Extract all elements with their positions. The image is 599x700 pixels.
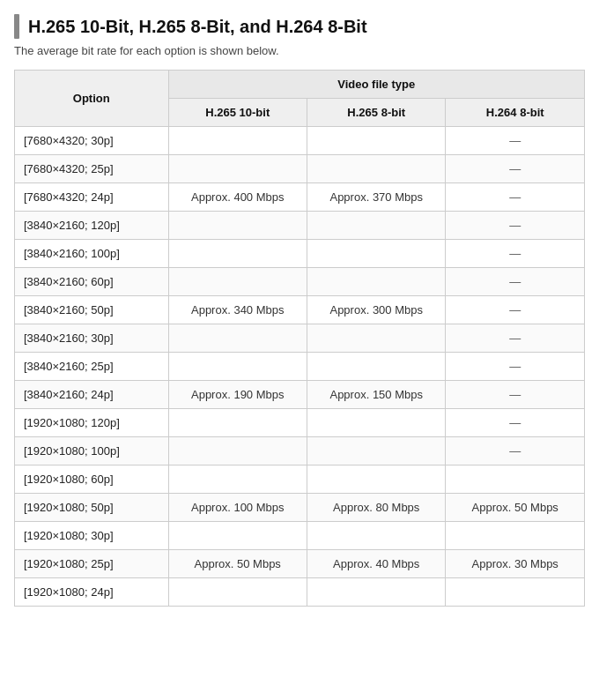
value-cell-h265_8 (307, 353, 445, 381)
option-cell: [7680×4320; 24p] (15, 183, 169, 212)
value-cell-h264_8: — (446, 183, 585, 212)
value-cell-h264_8: — (446, 324, 585, 353)
table-row: [1920×1080; 24p] (15, 578, 585, 607)
value-cell-h264_8: — (446, 409, 585, 437)
option-cell: [3840×2160; 25p] (15, 353, 169, 381)
option-cell: [1920×1080; 24p] (15, 578, 169, 607)
option-cell: [1920×1080; 60p] (15, 465, 169, 494)
value-cell-h264_8: — (446, 437, 585, 465)
value-cell-h265_10 (168, 268, 307, 296)
value-cell-h265_8 (307, 240, 445, 268)
table-row: [7680×4320; 24p]Approx. 400 MbpsApprox. … (15, 183, 585, 212)
page-title: H.265 10-Bit, H.265 8-Bit, and H.264 8-B… (14, 14, 585, 39)
value-cell-h264_8: Approx. 30 Mbps (446, 550, 585, 578)
value-cell-h265_8 (307, 212, 445, 240)
table-row: [1920×1080; 50p]Approx. 100 MbpsApprox. … (15, 494, 585, 522)
value-cell-h265_10 (168, 409, 307, 437)
table-row: [3840×2160; 60p]— (15, 268, 585, 296)
value-cell-h265_10 (168, 578, 307, 607)
value-cell-h264_8: — (446, 212, 585, 240)
value-cell-h264_8: — (446, 353, 585, 381)
value-cell-h265_8: Approx. 150 Mbps (307, 381, 445, 409)
option-cell: [3840×2160; 120p] (15, 212, 169, 240)
value-cell-h264_8: — (446, 240, 585, 268)
option-cell: [1920×1080; 30p] (15, 522, 169, 550)
value-cell-h265_8 (307, 409, 445, 437)
value-cell-h265_10 (168, 155, 307, 183)
col-header-h264-8: H.264 8-bit (446, 99, 585, 127)
option-cell: [7680×4320; 25p] (15, 155, 169, 183)
option-cell: [1920×1080; 100p] (15, 437, 169, 465)
value-cell-h265_8 (307, 465, 445, 494)
value-cell-h265_8: Approx. 80 Mbps (307, 494, 445, 522)
title-bar-decoration (14, 14, 19, 39)
value-cell-h265_10 (168, 127, 307, 155)
value-cell-h264_8: — (446, 127, 585, 155)
option-cell: [7680×4320; 30p] (15, 127, 169, 155)
col-header-h265-8: H.265 8-bit (307, 99, 445, 127)
col-header-option: Option (15, 71, 169, 127)
table-row: [3840×2160; 100p]— (15, 240, 585, 268)
comparison-table: Option Video file type H.265 10-bit H.26… (14, 70, 585, 607)
option-cell: [3840×2160; 24p] (15, 381, 169, 409)
value-cell-h265_10 (168, 212, 307, 240)
value-cell-h265_8: Approx. 370 Mbps (307, 183, 445, 212)
value-cell-h265_8: Approx. 40 Mbps (307, 550, 445, 578)
value-cell-h265_8 (307, 155, 445, 183)
option-cell: [3840×2160; 30p] (15, 324, 169, 353)
value-cell-h265_8 (307, 578, 445, 607)
col-header-video-type: Video file type (168, 71, 585, 99)
value-cell-h265_10: Approx. 100 Mbps (168, 494, 307, 522)
table-row: [3840×2160; 24p]Approx. 190 MbpsApprox. … (15, 381, 585, 409)
table-row: [1920×1080; 25p]Approx. 50 MbpsApprox. 4… (15, 550, 585, 578)
value-cell-h265_10 (168, 465, 307, 494)
value-cell-h265_10: Approx. 400 Mbps (168, 183, 307, 212)
subtitle: The average bit rate for each option is … (14, 44, 585, 57)
value-cell-h265_8 (307, 127, 445, 155)
option-cell: [1920×1080; 120p] (15, 409, 169, 437)
table-row: [7680×4320; 25p]— (15, 155, 585, 183)
value-cell-h265_10: Approx. 340 Mbps (168, 296, 307, 324)
option-cell: [1920×1080; 50p] (15, 494, 169, 522)
table-row: [1920×1080; 30p] (15, 522, 585, 550)
col-header-h265-10: H.265 10-bit (168, 99, 307, 127)
value-cell-h265_10 (168, 353, 307, 381)
table-row: [1920×1080; 100p]— (15, 437, 585, 465)
value-cell-h265_10 (168, 240, 307, 268)
value-cell-h265_8 (307, 437, 445, 465)
value-cell-h264_8: — (446, 155, 585, 183)
value-cell-h264_8: — (446, 296, 585, 324)
value-cell-h264_8: — (446, 268, 585, 296)
option-cell: [3840×2160; 100p] (15, 240, 169, 268)
table-row: [1920×1080; 60p] (15, 465, 585, 494)
value-cell-h265_8 (307, 522, 445, 550)
value-cell-h265_10 (168, 522, 307, 550)
value-cell-h265_8: Approx. 300 Mbps (307, 296, 445, 324)
value-cell-h264_8 (446, 522, 585, 550)
table-row: [3840×2160; 25p]— (15, 353, 585, 381)
table-row: [3840×2160; 50p]Approx. 340 MbpsApprox. … (15, 296, 585, 324)
value-cell-h264_8: — (446, 381, 585, 409)
table-row: [7680×4320; 30p]— (15, 127, 585, 155)
value-cell-h265_10 (168, 324, 307, 353)
option-cell: [1920×1080; 25p] (15, 550, 169, 578)
value-cell-h265_8 (307, 268, 445, 296)
value-cell-h264_8 (446, 465, 585, 494)
value-cell-h265_8 (307, 324, 445, 353)
value-cell-h264_8: Approx. 50 Mbps (446, 494, 585, 522)
value-cell-h264_8 (446, 578, 585, 607)
option-cell: [3840×2160; 50p] (15, 296, 169, 324)
table-row: [1920×1080; 120p]— (15, 409, 585, 437)
table-row: [3840×2160; 30p]— (15, 324, 585, 353)
option-cell: [3840×2160; 60p] (15, 268, 169, 296)
table-row: [3840×2160; 120p]— (15, 212, 585, 240)
value-cell-h265_10 (168, 437, 307, 465)
title-text: H.265 10-Bit, H.265 8-Bit, and H.264 8-B… (28, 17, 367, 37)
value-cell-h265_10: Approx. 190 Mbps (168, 381, 307, 409)
value-cell-h265_10: Approx. 50 Mbps (168, 550, 307, 578)
